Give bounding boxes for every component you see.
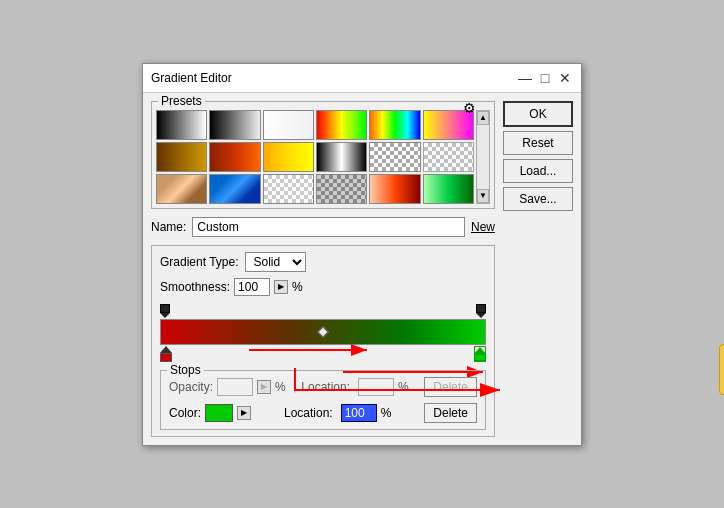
opacity-location-unit: % — [398, 380, 409, 394]
color-increment-button[interactable]: ▶ — [237, 406, 251, 420]
minimize-button[interactable]: — — [517, 70, 533, 86]
preset-swatch-4[interactable] — [316, 110, 367, 140]
midpoint-diamond[interactable] — [317, 326, 328, 337]
scroll-up-button[interactable]: ▲ — [477, 111, 489, 125]
preset-swatch-18[interactable] — [423, 174, 474, 204]
preset-swatch-14[interactable] — [209, 174, 260, 204]
name-label: Name: — [151, 220, 186, 234]
opacity-stop-left[interactable] — [160, 304, 170, 318]
presets-content: ▲ ▼ — [156, 106, 490, 204]
preset-swatch-7[interactable] — [156, 142, 207, 172]
scroll-track — [477, 125, 489, 189]
color-delete-button[interactable]: Delete — [424, 403, 477, 423]
color-stop-swatch-right — [474, 354, 486, 361]
presets-legend: Presets — [158, 94, 205, 108]
gradient-settings: Gradient Type: Solid Noise Smoothness: ▶… — [151, 245, 495, 437]
color-location-unit: % — [381, 406, 392, 420]
color-label: Color: — [169, 406, 201, 420]
gradient-bar-container — [160, 304, 486, 362]
smoothness-row: Smoothness: ▶ % — [160, 278, 486, 296]
color-stop-right[interactable] — [474, 346, 486, 362]
dialog-body: Presets ⚙ — [143, 93, 581, 445]
opacity-location-label: Location: — [301, 380, 350, 394]
name-input[interactable] — [192, 217, 465, 237]
color-stops-row — [160, 346, 486, 362]
dialog-title: Gradient Editor — [151, 71, 232, 85]
color-stop-left[interactable] — [160, 346, 172, 362]
opacity-value-input[interactable] — [217, 378, 253, 396]
opacity-stop-marker-body-right — [476, 304, 486, 313]
opacity-location-input[interactable] — [358, 378, 394, 396]
smoothness-label: Smoothness: — [160, 280, 230, 294]
preset-swatch-15[interactable] — [263, 174, 314, 204]
scroll-down-button[interactable]: ▼ — [477, 189, 489, 203]
preset-swatch-12[interactable] — [423, 142, 474, 172]
opacity-stop-arrow-right — [476, 313, 486, 318]
opacity-stop-arrow-left — [160, 313, 170, 318]
smoothness-input[interactable] — [234, 278, 270, 296]
presets-group: Presets ⚙ — [151, 101, 495, 209]
presets-gear-button[interactable]: ⚙ — [463, 100, 476, 116]
close-button[interactable]: ✕ — [557, 70, 573, 86]
opacity-stop-right[interactable] — [476, 304, 486, 318]
save-button[interactable]: Save... — [503, 187, 573, 211]
gradient-bar[interactable] — [160, 319, 486, 345]
color-row: Color: ▶ Location: % Delete — [169, 403, 477, 423]
opacity-increment-button[interactable]: ▶ — [257, 380, 271, 394]
color-stop-swatch-left — [160, 353, 172, 362]
stops-legend: Stops — [167, 363, 204, 377]
color-stop-arrow-left — [160, 346, 172, 353]
preset-swatch-10[interactable] — [316, 142, 367, 172]
presets-grid — [156, 110, 474, 204]
maximize-button[interactable]: □ — [537, 70, 553, 86]
opacity-stop-marker-body-left — [160, 304, 170, 313]
color-location-label: Location: — [284, 406, 333, 420]
preset-swatch-8[interactable] — [209, 142, 260, 172]
reset-button[interactable]: Reset — [503, 131, 573, 155]
color-swatch[interactable] — [205, 404, 233, 422]
tooltip-box: click here to add a new color stop. — [719, 344, 724, 396]
preset-swatch-13[interactable] — [156, 174, 207, 204]
title-bar: Gradient Editor — □ ✕ — [143, 64, 581, 93]
gradient-type-label: Gradient Type: — [160, 255, 239, 269]
right-panel: OK Reset Load... Save... — [503, 101, 573, 437]
gradient-type-select[interactable]: Solid Noise — [245, 252, 306, 272]
color-location-input[interactable] — [341, 404, 377, 422]
preset-swatch-16[interactable] — [316, 174, 367, 204]
gradient-type-row: Gradient Type: Solid Noise — [160, 252, 486, 272]
title-controls: — □ ✕ — [517, 70, 573, 86]
new-button[interactable]: New — [471, 220, 495, 234]
preset-swatch-5[interactable] — [369, 110, 420, 140]
preset-swatch-9[interactable] — [263, 142, 314, 172]
load-button[interactable]: Load... — [503, 159, 573, 183]
opacity-delete-button[interactable]: Delete — [424, 377, 477, 397]
presets-scrollbar: ▲ ▼ — [476, 110, 490, 204]
gradient-editor-dialog: Gradient Editor — □ ✕ Presets ⚙ — [142, 63, 582, 446]
left-panel: Presets ⚙ — [151, 101, 495, 437]
smoothness-increment-button[interactable]: ▶ — [274, 280, 288, 294]
opacity-label: Opacity: — [169, 380, 213, 394]
opacity-row: Opacity: ▶ % Location: % Delete — [169, 377, 477, 397]
stops-group: Stops Opacity: ▶ % Location: % Delete — [160, 370, 486, 430]
opacity-unit: % — [275, 380, 286, 394]
smoothness-unit: % — [292, 280, 303, 294]
preset-swatch-17[interactable] — [369, 174, 420, 204]
preset-swatch-1[interactable] — [156, 110, 207, 140]
preset-swatch-3[interactable] — [263, 110, 314, 140]
preset-swatch-2[interactable] — [209, 110, 260, 140]
ok-button[interactable]: OK — [503, 101, 573, 127]
name-row: Name: New — [151, 217, 495, 237]
preset-swatch-11[interactable] — [369, 142, 420, 172]
opacity-stops-row — [160, 304, 486, 318]
color-stop-arrow-right — [474, 347, 486, 354]
